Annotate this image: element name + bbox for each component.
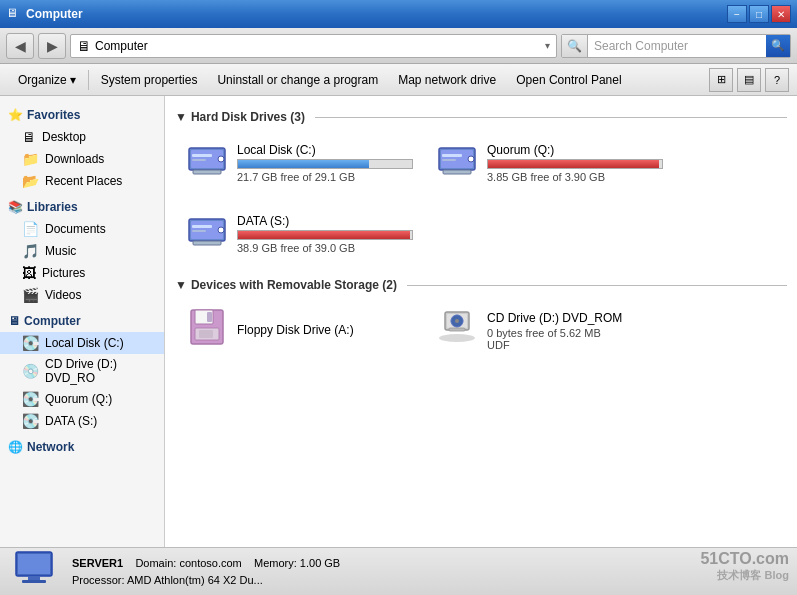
window-controls: − □ ✕ [727,5,791,23]
drive-item-quorum-q[interactable]: Quorum (Q:) 3.85 GB free of 3.90 GB [429,132,669,193]
restore-button[interactable]: □ [749,5,769,23]
sidebar-item-downloads[interactable]: 📁 Downloads [0,148,164,170]
view-toggle-button[interactable]: ▤ [737,68,761,92]
sidebar-item-music[interactable]: 🎵 Music [0,240,164,262]
svg-point-8 [468,156,474,162]
svg-rect-15 [192,225,212,228]
computer-section: 🖥 Computer 💽 Local Disk (C:) 💿 CD Drive … [0,310,164,432]
network-icon: 🌐 [8,440,23,454]
quorum-q-name: Quorum (Q:) [487,143,663,157]
svg-point-27 [455,319,459,323]
drive-item-data-s[interactable]: DATA (S:) 38.9 GB free of 39.0 GB [179,203,419,264]
system-properties-button[interactable]: System properties [91,66,208,94]
map-network-button[interactable]: Map network drive [388,66,506,94]
svg-rect-33 [22,580,46,583]
downloads-icon: 📁 [22,151,39,167]
sidebar-item-local-disk-c[interactable]: 💽 Local Disk (C:) [0,332,164,354]
local-c-size: 21.7 GB free of 29.1 GB [237,171,413,183]
status-pc-icon [12,546,56,596]
hard-drives-grid: Local Disk (C:) 21.7 GB free of 29.1 GB [175,132,787,264]
svg-rect-29 [449,328,465,331]
removable-grid: Floppy Disk Drive (A:) [175,300,787,361]
svg-rect-9 [442,154,462,157]
sidebar-item-quorum-q[interactable]: 💽 Quorum (Q:) [0,388,164,410]
status-line-1: SERVER1 Domain: contoso.com Memory: 1.00… [72,555,340,572]
svg-rect-3 [192,154,212,157]
sidebar-item-videos[interactable]: 🎬 Videos [0,284,164,306]
favorites-section: ⭐ Favorites 🖥 Desktop 📁 Downloads 📂 Rece… [0,104,164,192]
forward-button[interactable]: ▶ [38,33,66,59]
data-s-icon: 💽 [22,413,39,429]
data-s-drive-icon [185,207,229,260]
section-chevron-hdd: ▼ [175,110,187,124]
search-wrap: 🔍 🔍 [561,34,791,58]
local-c-name: Local Disk (C:) [237,143,413,157]
view-options-button[interactable]: ⊞ [709,68,733,92]
address-input-wrap[interactable]: 🖥 Computer ▾ [70,34,557,58]
status-line-2: Processor: AMD Athlon(tm) 64 X2 Du... [72,572,340,589]
videos-icon: 🎬 [22,287,39,303]
music-icon: 🎵 [22,243,39,259]
search-icon: 🔍 [562,35,588,57]
minimize-button[interactable]: − [727,5,747,23]
quorum-q-bar-wrap [487,159,663,169]
search-go-button[interactable]: 🔍 [766,35,790,57]
section-line-removable [407,285,787,286]
svg-rect-31 [18,554,50,574]
desktop-icon: 🖥 [22,129,36,145]
toolbar-right: ⊞ ▤ ? [709,68,789,92]
quorum-q-bar [488,160,659,168]
uninstall-button[interactable]: Uninstall or change a program [207,66,388,94]
svg-point-14 [218,227,224,233]
network-section: 🌐 Network [0,436,164,458]
cd-d-size: 0 bytes free of 5.62 MB [487,327,663,339]
pictures-icon: 🖼 [22,265,36,281]
computer-header: 🖥 Computer [0,310,164,332]
sidebar-item-desktop[interactable]: 🖥 Desktop [0,126,164,148]
toolbar: Organize ▾ System properties Uninstall o… [0,64,797,96]
drive-item-local-c[interactable]: Local Disk (C:) 21.7 GB free of 29.1 GB [179,132,419,193]
view-help-button[interactable]: ? [765,68,789,92]
favorites-star-icon: ⭐ [8,108,23,122]
address-computer-icon: 🖥 [77,38,91,54]
sidebar-item-cd-drive-d[interactable]: 💿 CD Drive (D:) DVD_RO [0,354,164,388]
cd-drive-d-icon: 💿 [22,363,39,379]
drive-item-cd-d[interactable]: CD Drive (D:) DVD_ROM 0 bytes free of 5.… [429,300,669,361]
title-bar-text: Computer [26,7,727,21]
svg-rect-11 [443,170,471,174]
svg-point-23 [439,334,475,342]
quorum-q-info: Quorum (Q:) 3.85 GB free of 3.90 GB [487,143,663,183]
back-button[interactable]: ◀ [6,33,34,59]
cd-d-drive-icon [435,304,479,357]
window-icon: 🖥 [6,6,22,22]
data-s-bar-wrap [237,230,413,240]
cd-d-info: CD Drive (D:) DVD_ROM 0 bytes free of 5.… [487,311,663,351]
local-c-drive-icon [185,136,229,189]
quorum-q-icon: 💽 [22,391,39,407]
local-c-info: Local Disk (C:) 21.7 GB free of 29.1 GB [237,143,413,183]
sidebar-item-recent-places[interactable]: 📂 Recent Places [0,170,164,192]
address-bar: ◀ ▶ 🖥 Computer ▾ 🔍 🔍 [0,28,797,64]
content-area: ▼ Hard Disk Drives (3) Lo [165,96,797,547]
sidebar-item-pictures[interactable]: 🖼 Pictures [0,262,164,284]
status-info: SERVER1 Domain: contoso.com Memory: 1.00… [72,555,340,588]
floppy-a-info: Floppy Disk Drive (A:) [237,323,413,339]
libraries-header: 📚 Libraries [0,196,164,218]
sidebar-item-data-s[interactable]: 💽 DATA (S:) [0,410,164,432]
svg-point-2 [218,156,224,162]
quorum-q-drive-icon [435,136,479,189]
organize-button[interactable]: Organize ▾ [8,66,86,94]
favorites-header: ⭐ Favorites [0,104,164,126]
drive-item-floppy-a[interactable]: Floppy Disk Drive (A:) [179,300,419,361]
status-bar: SERVER1 Domain: contoso.com Memory: 1.00… [0,547,797,595]
close-button[interactable]: ✕ [771,5,791,23]
search-input[interactable] [588,39,766,53]
cd-d-size2: UDF [487,339,663,351]
address-text: Computer [95,39,545,53]
section-line-hdd [315,117,787,118]
open-control-panel-button[interactable]: Open Control Panel [506,66,631,94]
sidebar-item-documents[interactable]: 📄 Documents [0,218,164,240]
svg-rect-17 [193,241,221,245]
computer-sidebar-icon: 🖥 [8,314,20,328]
data-s-info: DATA (S:) 38.9 GB free of 39.0 GB [237,214,413,254]
